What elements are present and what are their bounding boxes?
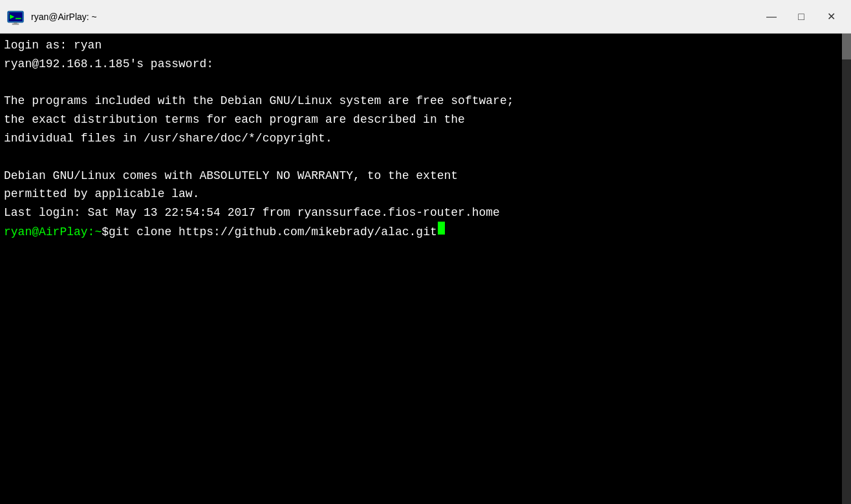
terminal-line: login as: ryan — [4, 36, 847, 55]
terminal-output: login as: ryan ryan@192.168.1.185's pass… — [4, 36, 847, 222]
terminal-line: Debian GNU/Linux comes with ABSOLUTELY N… — [4, 167, 847, 185]
terminal-prompt-line: ryan@AirPlay:~ $ git clone https://githu… — [4, 222, 847, 238]
close-button[interactable]: ✕ — [816, 6, 846, 27]
svg-rect-5 — [12, 23, 19, 25]
close-icon: ✕ — [827, 10, 835, 23]
app-icon: → — [5, 6, 26, 27]
title-bar-controls: — □ ✕ — [757, 6, 846, 27]
terminal-line: The programs included with the Debian GN… — [4, 92, 847, 110]
terminal-line: Last login: Sat May 13 22:54:54 2017 fro… — [4, 204, 847, 222]
svg-rect-3 — [16, 17, 21, 19]
scrollbar-thumb[interactable] — [842, 34, 851, 59]
maximize-icon: □ — [798, 11, 804, 23]
svg-rect-4 — [14, 22, 17, 23]
terminal-cursor — [438, 222, 445, 235]
prompt-user: ryan@AirPlay:~ — [4, 226, 102, 238]
prompt-dollar: $ — [102, 226, 109, 238]
terminal-line — [4, 74, 847, 92]
terminal-line — [4, 148, 847, 167]
title-bar: → ryan@AirPlay: ~ — □ ✕ — [0, 0, 851, 34]
terminal-body[interactable]: login as: ryan ryan@192.168.1.185's pass… — [0, 34, 851, 504]
title-bar-text: ryan@AirPlay: ~ — [31, 12, 757, 22]
terminal-line: permitted by applicable law. — [4, 185, 847, 204]
svg-text:→: → — [8, 12, 10, 14]
prompt-command: git clone https://github.com/mikebrady/a… — [109, 226, 437, 238]
terminal-line: the exact distribution terms for each pr… — [4, 110, 847, 129]
minimize-button[interactable]: — — [757, 6, 786, 27]
minimize-icon: — — [766, 11, 777, 23]
terminal-window: → ryan@AirPlay: ~ — □ ✕ login as: ryan r… — [0, 0, 851, 504]
terminal-line: individual files in /usr/share/doc/*/cop… — [4, 129, 847, 148]
scrollbar[interactable] — [842, 34, 851, 504]
maximize-button[interactable]: □ — [786, 6, 816, 27]
terminal-line: ryan@192.168.1.185's password: — [4, 55, 847, 74]
